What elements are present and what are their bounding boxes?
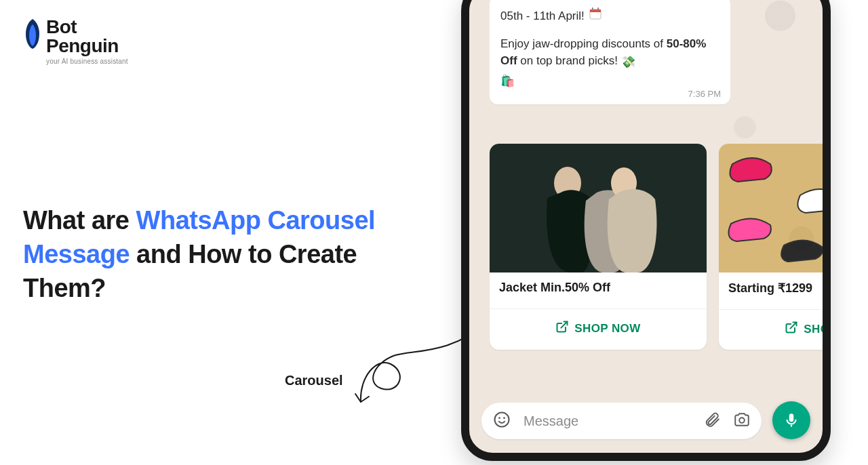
voice-record-button[interactable]	[772, 401, 810, 439]
svg-line-9	[791, 323, 797, 329]
carousel-card[interactable]: Starting ₹1299 SHOP NOW	[719, 144, 831, 350]
card-title: Starting ₹1299	[719, 272, 831, 300]
chat-bubble: 05th - 11th April! Enjoy jaw-dropping di…	[490, 0, 730, 104]
svg-rect-3	[597, 7, 599, 11]
penguin-icon	[23, 18, 42, 50]
svg-point-11	[498, 417, 500, 419]
svg-rect-14	[791, 425, 792, 427]
external-link-icon	[555, 320, 569, 337]
svg-point-12	[503, 417, 505, 419]
sticker-icon[interactable]	[492, 410, 511, 432]
logo-tagline: your AI business assistant	[46, 58, 128, 65]
shopping-bags-icon: 🛍️	[500, 73, 515, 90]
bubble-timestamp: 7:36 PM	[688, 87, 721, 101]
svg-point-13	[739, 418, 745, 423]
money-wings-icon: 💸	[621, 54, 635, 71]
card-image-shoes	[719, 144, 831, 272]
phone-mock: ✨ 05th - 11th April! Enjoy jaw-dropping …	[461, 0, 831, 461]
external-link-icon	[785, 321, 798, 338]
logo-brand-bottom: Penguin	[46, 35, 119, 56]
page-title: What are WhatsApp Carousel Message and H…	[23, 203, 423, 305]
svg-line-7	[561, 322, 568, 328]
message-placeholder: Message	[524, 413, 691, 429]
svg-point-10	[495, 413, 509, 427]
svg-rect-2	[592, 7, 593, 11]
message-input-bar[interactable]: Message	[481, 403, 762, 439]
svg-rect-1	[590, 9, 601, 12]
bubble-text-a: Enjoy jaw-dropping discounts of	[500, 37, 667, 50]
camera-icon[interactable]	[733, 411, 751, 431]
calendar-icon	[589, 7, 602, 26]
attachment-icon[interactable]	[703, 411, 721, 431]
bubble-date-line: 05th - 11th April!	[500, 7, 585, 25]
shop-now-button[interactable]: SHOP NOW	[490, 308, 707, 349]
bubble-text-b: on top brand picks!	[520, 54, 620, 67]
brand-logo: Bot Penguin your AI business assistant	[23, 18, 128, 65]
card-action-label: SHOP NOW	[574, 322, 640, 336]
title-prefix: What are	[23, 206, 136, 235]
carousel-card[interactable]: Jacket Min.50% Off SHOP NOW	[490, 144, 707, 350]
shop-now-button[interactable]: SHOP NOW	[719, 309, 831, 350]
logo-brand-top: Bot	[46, 16, 77, 37]
card-image-jackets	[490, 144, 707, 272]
annotation-label: Carousel	[285, 373, 343, 388]
card-title: Jacket Min.50% Off	[490, 272, 707, 299]
carousel[interactable]: Jacket Min.50% Off SHOP NOW	[490, 144, 831, 350]
card-action-label: SHOP NOW	[804, 323, 831, 336]
